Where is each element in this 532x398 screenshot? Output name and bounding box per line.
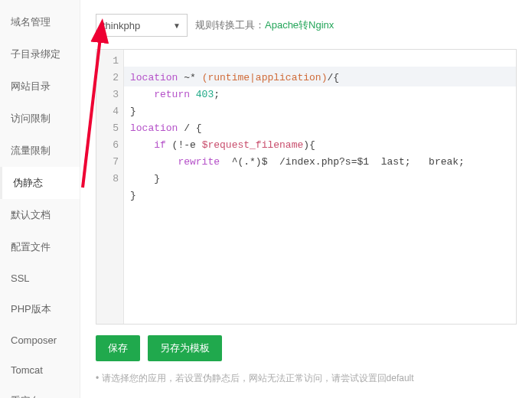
sidebar-item-config[interactable]: 配置文件 — [0, 231, 80, 263]
sidebar-item-domain[interactable]: 域名管理 — [0, 6, 80, 38]
apache-to-nginx-link[interactable]: Apache转Nginx — [265, 19, 334, 31]
save-as-template-button[interactable]: 另存为模板 — [148, 335, 222, 361]
code-editor[interactable]: 1 2 3 4 5 6 7 8 location ~* (runtime|app… — [96, 49, 517, 325]
sidebar-item-defaultdoc[interactable]: 默认文档 — [0, 199, 80, 231]
line-gutter: 1 2 3 4 5 6 7 8 — [96, 50, 124, 324]
sidebar-item-tomcat[interactable]: Tomcat — [0, 355, 80, 385]
sidebar-item-access[interactable]: 访问限制 — [0, 103, 80, 135]
template-select-value: thinkphp — [103, 20, 140, 31]
sidebar-item-ssl[interactable]: SSL — [0, 263, 80, 293]
tool-label: 规则转换工具：Apache转Nginx — [195, 18, 334, 32]
sidebar-item-php[interactable]: PHP版本 — [0, 293, 80, 325]
sidebar-item-traffic[interactable]: 流量限制 — [0, 135, 80, 167]
sidebar-item-sitedir[interactable]: 网站目录 — [0, 70, 80, 103]
sidebar-item-redirect[interactable]: 重定向 — [0, 385, 80, 398]
code-body[interactable]: location ~* (runtime|application)/{ retu… — [124, 50, 516, 324]
caret-down-icon: ▼ — [173, 21, 181, 30]
sidebar-item-subdir[interactable]: 子目录绑定 — [0, 38, 80, 70]
template-select[interactable]: thinkphp ▼ — [96, 14, 188, 37]
sidebar: 域名管理 子目录绑定 网站目录 访问限制 流量限制 伪静态 默认文档 配置文件 … — [0, 0, 80, 398]
sidebar-item-composer[interactable]: Composer — [0, 325, 80, 355]
hint-text: 请选择您的应用，若设置伪静态后，网站无法正常访问，请尝试设置回default — [96, 372, 517, 385]
main-panel: thinkphp ▼ 规则转换工具：Apache转Nginx 1 2 3 4 5… — [80, 0, 532, 398]
save-button[interactable]: 保存 — [96, 335, 140, 361]
sidebar-item-rewrite[interactable]: 伪静态 — [0, 167, 80, 199]
